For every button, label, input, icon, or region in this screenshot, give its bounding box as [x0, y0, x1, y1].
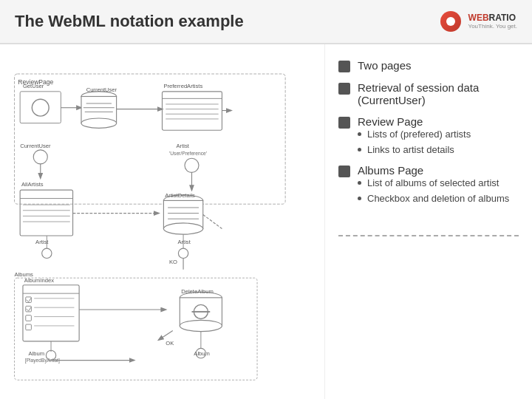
svg-text:OK: OK — [166, 340, 174, 347]
svg-point-22 — [33, 150, 47, 164]
bullet-icon-retrieval — [338, 83, 350, 95]
review-sub-1: Lists of (prefered) artists — [358, 129, 519, 140]
review-page-sub-bullets: Lists of (prefered) artists Links to art… — [358, 129, 519, 155]
albums-page-label: Albums Page — [358, 164, 423, 177]
svg-text:Artist: Artist — [177, 143, 190, 149]
svg-line-58 — [27, 300, 29, 302]
svg-text:AllArtists: AllArtists — [21, 181, 44, 188]
svg-line-77 — [159, 331, 173, 340]
svg-text:'User/Preference': 'User/Preference' — [169, 151, 207, 156]
bullet-review-page: Review Page — [338, 115, 519, 129]
svg-text:CurrentUser: CurrentUser — [86, 86, 117, 93]
logo-icon — [440, 11, 461, 32]
svg-point-72 — [180, 320, 222, 331]
right-panel: Two pages Retrieval of session data (Cur… — [325, 44, 532, 399]
bullet-retrieval: Retrieval of session data (CurrentUser) — [338, 81, 519, 106]
sub-dot-3 — [358, 181, 361, 185]
svg-text:DeleteAlbum: DeleteAlbum — [181, 288, 214, 295]
logo-tagline: YouThink. You get. — [468, 23, 517, 30]
review-page-label: Review Page — [358, 115, 423, 128]
diagram-area: ReviewPage GetUser CurrentUser Preferred… — [0, 44, 325, 399]
albums-page-section: Albums Page List of albums of selected a… — [338, 164, 519, 204]
bullet-two-pages: Two pages — [338, 59, 519, 72]
svg-point-49 — [178, 248, 188, 258]
sub-dot-1 — [358, 132, 361, 136]
sub-dot-2 — [358, 148, 361, 151]
logo-text: WEBRATIO — [468, 13, 517, 23]
svg-point-26 — [185, 158, 199, 172]
svg-line-59 — [29, 298, 32, 302]
webml-diagram: ReviewPage GetUser CurrentUser Preferred… — [7, 52, 317, 392]
svg-rect-13 — [163, 92, 222, 130]
page-title: The WebML notation example — [15, 12, 244, 31]
review-sub-1-text: Lists of (prefered) artists — [367, 129, 471, 140]
svg-text:AlbumIndex: AlbumIndex — [24, 277, 54, 284]
svg-point-7 — [81, 118, 117, 128]
svg-text:CurrentUser: CurrentUser — [20, 143, 51, 149]
albums-sub-1-text: List of albums of selected artist — [367, 177, 499, 188]
albums-sub-2-text: Checkbox and deletion of albums — [367, 193, 509, 204]
svg-text:ArtistDetails: ArtistDetails — [165, 192, 195, 199]
svg-line-63 — [29, 307, 32, 311]
bullet-icon-albums-page — [338, 166, 350, 177]
svg-rect-28 — [20, 190, 72, 236]
albums-sub-2: Checkbox and deletion of albums — [358, 193, 519, 204]
retrieval-label: Retrieval of session data (CurrentUser) — [358, 81, 519, 106]
bullet-icon-two-pages — [338, 61, 350, 72]
logo: WEBRATIO YouThink. You get. — [440, 11, 517, 32]
svg-rect-67 — [26, 324, 32, 330]
svg-rect-0 — [15, 74, 286, 204]
svg-point-3 — [32, 99, 49, 116]
albums-page-sub-bullets: List of albums of selected artist Checkb… — [358, 177, 519, 204]
main-content: ReviewPage GetUser CurrentUser Preferred… — [0, 44, 532, 399]
svg-rect-1 — [20, 92, 61, 123]
bottom-dashed-line — [338, 235, 519, 236]
svg-rect-65 — [26, 316, 32, 321]
bullet-icon-review-page — [338, 117, 350, 129]
sub-dot-4 — [358, 197, 361, 200]
review-page-section: Review Page Lists of (prefered) artists … — [338, 115, 519, 155]
svg-line-43 — [203, 214, 222, 228]
review-sub-2-text: Links to artist details — [367, 144, 454, 155]
svg-point-46 — [42, 248, 52, 258]
svg-point-38 — [163, 223, 202, 234]
two-pages-label: Two pages — [358, 59, 412, 72]
svg-text:KO: KO — [169, 259, 177, 265]
svg-text:GetUser: GetUser — [23, 83, 44, 89]
svg-text:Album: Album — [29, 350, 45, 357]
review-sub-2: Links to artist details — [358, 144, 519, 155]
svg-text:PreferredArtists: PreferredArtists — [163, 83, 202, 89]
svg-line-62 — [27, 309, 29, 311]
header: The WebML notation example WEBRATIO YouT… — [0, 0, 532, 44]
bullet-albums-page: Albums Page — [338, 164, 519, 177]
svg-text:Artist: Artist — [177, 239, 191, 245]
albums-sub-1: List of albums of selected artist — [358, 177, 519, 188]
